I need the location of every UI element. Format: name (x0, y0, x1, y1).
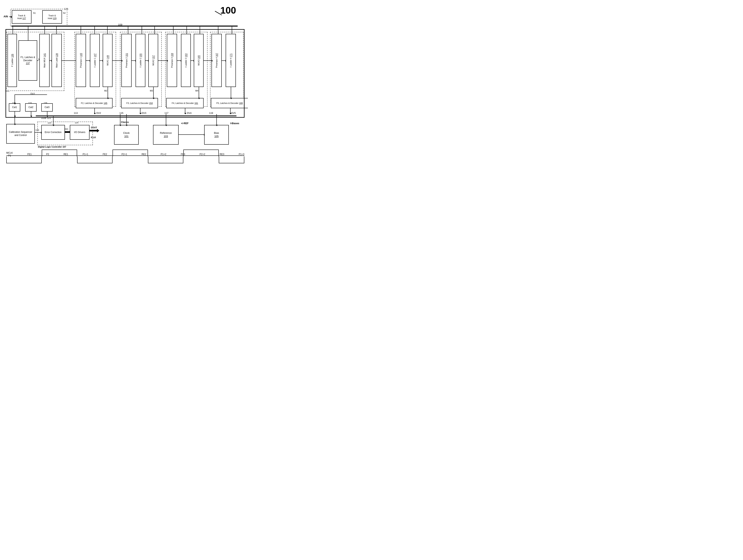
timing-p1plus2: P1+2 (161, 153, 166, 156)
timing-fe1: FE1 (27, 153, 32, 156)
track-hold-129-box: Track &Hold 129 (42, 10, 62, 24)
timing-p1plus3: P1+3 (239, 153, 244, 156)
mclk-label: MCLK (6, 152, 13, 154)
bias-105-number: 105 (214, 135, 219, 138)
track-hold-127-label: Track &Hold 127 (17, 14, 26, 20)
track-hold-127-number: 127 (23, 17, 26, 19)
cal-seq-label: Calibration Sequencer and Control (7, 131, 34, 137)
s2-label: S2 (63, 12, 65, 14)
track-hold-129-number: 129 (53, 17, 56, 19)
ain-label: AIN (4, 15, 8, 18)
dout-arrow (89, 130, 97, 131)
i-biases-label: I-Biases (230, 122, 239, 125)
clock-101-number: 101 (124, 135, 129, 138)
clock-101-box: Clock101 (114, 125, 139, 145)
arrow-ref-bias (179, 134, 204, 135)
reference-103-label: Reference103 (160, 131, 172, 138)
s1-label: S1 (33, 12, 36, 14)
p1plus3-label: P1+3 (239, 153, 244, 156)
error-correction-box: Error Correction (41, 125, 65, 140)
dout-label: DOUT (91, 126, 97, 129)
iclk-label: ICLK (91, 136, 96, 138)
re3-label: RE3 (220, 153, 224, 156)
bias-105-label: Bias105 (214, 131, 219, 138)
track-hold-127-box: Track &Hold 127 (12, 10, 32, 24)
clock-101-label: Clock101 (123, 131, 130, 138)
track-hold-129-label: Track &Hold 129 (48, 14, 56, 20)
diagram-number: 100 (220, 5, 236, 16)
bias-105-box: Bias105 (204, 125, 229, 145)
error-correction-label: Error Correction (45, 131, 61, 134)
clk-wave-4 (113, 149, 148, 157)
reference-103-box: Reference103 (153, 125, 179, 145)
p1plus1-label: P1+1 (83, 153, 88, 156)
clk-wave-3 (77, 157, 113, 163)
reference-103-number: 103 (164, 135, 168, 138)
fe1-label: FE1 (27, 153, 32, 156)
ref-123-label: 123 (48, 122, 51, 124)
clk-wave-7 (219, 157, 244, 163)
clk-wave-5 (148, 157, 183, 163)
io-drivers-box: I/O Drivers (70, 125, 89, 140)
ref-126-label: 126 (64, 7, 68, 10)
timing-p1plus1: P1+1 (83, 153, 88, 156)
bus-109 (11, 26, 237, 27)
timing-re3: RE3 (220, 153, 224, 156)
clk-wave-6 (183, 149, 219, 157)
do-label: DO (65, 128, 68, 130)
diagram-container: 100 AIN 126 Track &Hold 127 S1 Track &Ho… (0, 0, 248, 187)
p1plus2-label: P1+2 (161, 153, 166, 156)
fe2-label: FE2 (103, 153, 107, 156)
timing-mclk: MCLK P1 (6, 152, 13, 157)
timing-fe2: FE2 (103, 153, 107, 156)
ref-125-label: 125 (75, 121, 78, 124)
outer-border (5, 29, 245, 118)
dlc-label: Digital Logic Controller 107 (38, 145, 66, 148)
dout-arrowhead (97, 129, 99, 132)
clk-wave-1 (6, 157, 42, 163)
clk-wave-2 (42, 149, 77, 157)
clocks-label: Clocks (121, 121, 129, 124)
io-drivers-label: I/O Drivers (74, 131, 85, 134)
cal-seq-box: Calibration Sequencer and Control (6, 124, 35, 144)
plus-minus-ref-label: +/-REF (181, 122, 188, 125)
